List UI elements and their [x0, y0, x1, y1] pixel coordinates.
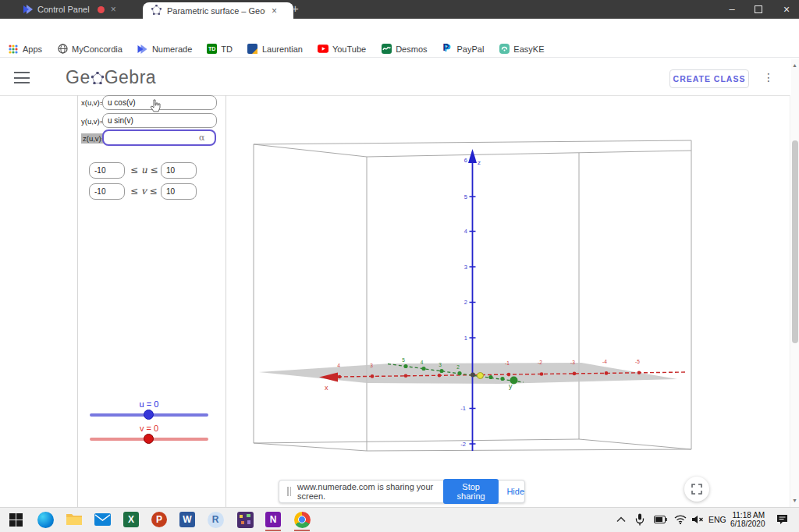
- excel-icon[interactable]: X: [123, 511, 140, 528]
- u-max-field[interactable]: [161, 162, 197, 179]
- hamburger-menu-icon[interactable]: [14, 72, 30, 83]
- svg-text:4: 4: [421, 360, 424, 365]
- browser-titlebar: Control Panel × Parametric surface – Geo…: [0, 0, 799, 19]
- fullscreen-button[interactable]: [684, 477, 709, 502]
- alpha-button[interactable]: α: [199, 133, 204, 143]
- youtube-icon: [318, 44, 328, 55]
- browser-toolbar: ← → ↻ ⌂ geogebra.org/m/BjV7cNwb ☆ I ⋮: [0, 19, 799, 41]
- bookmark-easyke[interactable]: EasyKE: [499, 44, 544, 55]
- bookmark-label: YouTube: [332, 44, 366, 54]
- svg-text:-1: -1: [460, 405, 466, 412]
- tab-control-panel[interactable]: Control Panel ×: [23, 0, 142, 19]
- svg-text:-1: -1: [505, 360, 510, 366]
- hide-link[interactable]: Hide: [506, 487, 524, 496]
- tray-expand-chevron[interactable]: [616, 507, 626, 532]
- v-variable: v: [141, 186, 147, 197]
- running-indicator: [294, 530, 310, 531]
- game-app-icon[interactable]: [236, 511, 254, 528]
- svg-text:3: 3: [439, 362, 442, 367]
- mail-icon[interactable]: [94, 511, 111, 528]
- bookmark-label: Desmos: [396, 44, 427, 54]
- svg-text:-4: -4: [602, 359, 607, 364]
- start-button[interactable]: [7, 511, 24, 528]
- graph-3d-view[interactable]: 4 3 -1 -2 -3 -4 -5 x 5 4 3 2: [226, 97, 791, 507]
- minimize-button[interactable]: –: [720, 0, 744, 19]
- u-min-field[interactable]: [89, 162, 125, 179]
- bookmark-label: TD: [221, 44, 233, 54]
- bookmark-apps[interactable]: Apps: [8, 44, 42, 55]
- tab-title: Parametric surface – GeoGebra: [167, 6, 265, 16]
- date-text: 6/18/2020: [730, 520, 765, 528]
- numerade-icon: [137, 44, 148, 55]
- bookmark-youtube[interactable]: YouTube: [318, 44, 366, 55]
- powerpoint-icon[interactable]: P: [151, 511, 168, 528]
- r-app-icon[interactable]: R: [207, 511, 224, 528]
- bookmarks-bar: Apps MyConcordia Numerade TD TD Laurenti…: [0, 41, 799, 58]
- scroll-down-icon[interactable]: ▼: [792, 498, 797, 503]
- edge-icon[interactable]: [37, 511, 54, 528]
- scroll-up-icon[interactable]: ▲: [792, 62, 797, 68]
- bookmark-paypal[interactable]: PP PayPal: [442, 44, 485, 55]
- create-class-button[interactable]: CREATE CLASS: [669, 69, 749, 88]
- chrome-icon[interactable]: [293, 511, 311, 528]
- battery-icon[interactable]: [654, 507, 667, 532]
- apps-grid-icon: [8, 44, 19, 55]
- v-min-field[interactable]: [89, 183, 125, 200]
- svg-text:3: 3: [370, 363, 373, 368]
- tab-close-icon[interactable]: ×: [272, 5, 277, 16]
- page-menu-icon[interactable]: ⋮: [763, 71, 774, 83]
- bookmark-label: PayPal: [457, 44, 485, 54]
- microphone-icon[interactable]: [635, 507, 645, 532]
- origin-point[interactable]: [471, 373, 475, 378]
- close-window-button[interactable]: ×: [775, 0, 798, 19]
- scrollbar-thumb[interactable]: [792, 140, 798, 343]
- v-range-expression: ≤ v ≤: [130, 186, 158, 197]
- u-slider-label: u = 0: [125, 399, 173, 409]
- language-indicator[interactable]: ENG: [708, 507, 726, 532]
- bookmark-desmos[interactable]: Desmos: [381, 44, 427, 55]
- action-center-button[interactable]: [776, 507, 788, 532]
- u-slider-knob[interactable]: [144, 410, 154, 420]
- volume-muted-icon[interactable]: [692, 507, 704, 532]
- bookmark-laurentian[interactable]: Laurentian: [247, 44, 303, 55]
- geogebra-mark-icon: [91, 68, 104, 89]
- svg-text:4: 4: [337, 363, 340, 368]
- bookmark-td[interactable]: TD TD: [207, 44, 233, 54]
- u-range-expression: ≤ u ≤: [130, 165, 158, 176]
- highlighted-point[interactable]: [478, 373, 484, 379]
- svg-text:4: 4: [464, 228, 467, 235]
- onenote-icon[interactable]: N: [265, 511, 282, 528]
- laurentian-icon: [247, 44, 258, 55]
- stop-sharing-button[interactable]: Stop sharing: [443, 479, 499, 504]
- wifi-icon[interactable]: [674, 507, 687, 532]
- running-indicator: [265, 530, 281, 531]
- svg-text:1: 1: [464, 335, 467, 342]
- svg-text:2: 2: [464, 299, 467, 306]
- mouse-cursor: [150, 99, 161, 116]
- drag-handle-icon[interactable]: [287, 487, 291, 496]
- y-input-label: y(u,v)=: [81, 117, 104, 126]
- bookmark-myconcordia[interactable]: MyConcordia: [57, 44, 123, 55]
- tab-geogebra[interactable]: Parametric surface – GeoGebra ×: [143, 2, 293, 19]
- leq-symbol: ≤: [130, 186, 138, 197]
- svg-text:3: 3: [464, 264, 467, 271]
- z-axis-arrow-icon: [468, 149, 477, 163]
- logo-text-right: Gebra: [105, 67, 156, 87]
- v-slider-knob[interactable]: [144, 434, 154, 444]
- geogebra-logo[interactable]: GeGebra: [66, 67, 156, 89]
- x-input-label: x(u,v)=: [81, 98, 104, 107]
- svg-text:-2: -2: [538, 360, 542, 365]
- v-max-field[interactable]: [161, 183, 197, 200]
- bookmark-label: Apps: [23, 44, 42, 54]
- svg-text:-3: -3: [570, 360, 575, 365]
- numerade-favicon: [23, 5, 33, 14]
- tab-close-icon[interactable]: ×: [111, 4, 116, 15]
- leq-symbol: ≤: [150, 186, 158, 197]
- file-explorer-icon[interactable]: [66, 511, 83, 528]
- restore-button[interactable]: [747, 0, 770, 19]
- word-icon[interactable]: W: [179, 511, 196, 528]
- new-tab-button[interactable]: +: [292, 2, 299, 15]
- bookmark-numerade[interactable]: Numerade: [137, 44, 192, 55]
- bookmark-label: Numerade: [152, 44, 192, 54]
- clock[interactable]: 11:18 AM 6/18/2020: [730, 507, 765, 532]
